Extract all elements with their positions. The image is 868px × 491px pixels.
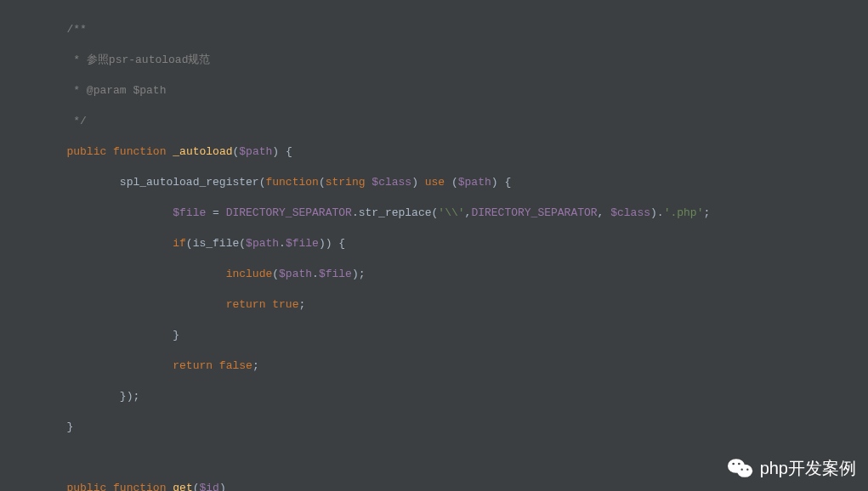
- variable: $class: [372, 176, 411, 189]
- variable: $path: [458, 176, 491, 189]
- string: '\\': [438, 206, 464, 219]
- comment-text: * @param $path: [66, 84, 166, 97]
- constant: DIRECTORY_SEPARATOR: [471, 206, 597, 219]
- svg-point-1: [736, 465, 752, 477]
- string: '.php': [664, 206, 704, 219]
- variable: $class: [610, 206, 650, 219]
- function-call: str_replace: [359, 206, 432, 219]
- variable: $file: [286, 237, 319, 250]
- keyword: function: [265, 176, 318, 189]
- svg-point-2: [732, 463, 735, 466]
- code-line: return true;: [14, 297, 868, 313]
- code-line: */: [14, 114, 868, 129]
- code-editor[interactable]: /** * 参照psr-autoload规范 * @param $path */…: [0, 7, 868, 491]
- keyword: public: [66, 145, 106, 158]
- code-line: * 参照psr-autoload规范: [14, 53, 868, 68]
- code-line: }: [14, 420, 868, 435]
- keyword: use: [425, 176, 445, 189]
- function-call: spl_autoload_register: [120, 176, 259, 189]
- code-line: }: [14, 328, 868, 343]
- code-line: if(is_file($path.$file)) {: [14, 236, 868, 251]
- variable: $path: [246, 237, 279, 250]
- function-call: is_file: [193, 237, 240, 250]
- code-line: });: [14, 389, 868, 404]
- function-name: _autoload: [173, 145, 232, 158]
- variable: $id: [200, 482, 219, 491]
- keyword: function: [113, 145, 166, 158]
- watermark-text: php开发案例: [760, 460, 856, 476]
- comment-open: /**: [66, 23, 86, 36]
- comment-text: * 参照psr-autoload规范: [66, 54, 210, 66]
- svg-point-4: [740, 469, 742, 471]
- keyword: false: [219, 359, 252, 372]
- keyword: string: [326, 176, 366, 189]
- code-line: * @param $path: [14, 83, 868, 99]
- wechat-icon: [728, 457, 753, 479]
- code-line: /**: [14, 22, 868, 37]
- function-name: get: [173, 482, 192, 491]
- svg-point-3: [738, 463, 740, 466]
- watermark: php开发案例: [728, 457, 856, 479]
- keyword: if: [173, 237, 186, 250]
- code-line: include($path.$file);: [14, 267, 868, 282]
- svg-point-5: [746, 469, 748, 471]
- keyword: return: [226, 298, 266, 311]
- keyword: true: [272, 298, 298, 311]
- variable: $path: [279, 268, 312, 280]
- code-line: public function _autoload($path) {: [14, 144, 868, 160]
- code-line: public function get($id): [14, 481, 868, 491]
- code-line: spl_autoload_register(function(string $c…: [14, 175, 868, 190]
- comment-close: */: [66, 115, 86, 127]
- code-line: return false;: [14, 358, 868, 374]
- constant: DIRECTORY_SEPARATOR: [226, 206, 352, 219]
- variable: $path: [239, 145, 272, 158]
- keyword: function: [113, 482, 166, 491]
- variable: $file: [173, 206, 206, 219]
- keyword: include: [226, 268, 273, 280]
- variable: $file: [319, 268, 352, 280]
- code-line: $file = DIRECTORY_SEPARATOR.str_replace(…: [14, 206, 868, 221]
- keyword: public: [66, 482, 106, 491]
- keyword: return: [173, 359, 213, 372]
